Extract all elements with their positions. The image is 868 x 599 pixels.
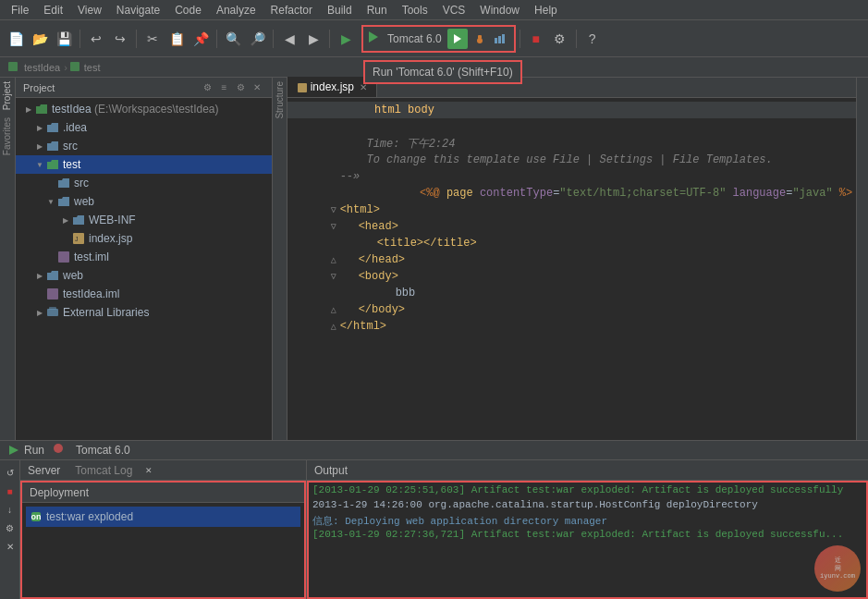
settings-button[interactable]: ⚙	[549, 28, 571, 50]
output-line-1: [2013-01-29 02:25:51,603] Artifact test:…	[312, 484, 862, 499]
tree-item-indexjsp[interactable]: J index.jsp	[16, 229, 272, 248]
svg-marker-1	[454, 34, 461, 43]
bottom-tools-left: ↺ ■ ↓ ⚙ ✕	[0, 460, 20, 599]
scroll-log-button[interactable]: ↓	[2, 501, 18, 518]
menu-analyze[interactable]: Analyze	[209, 2, 263, 18]
breadcrumb-icon2	[69, 61, 80, 74]
editor-content: html body Time: 下午2:24 To change this te…	[287, 98, 857, 440]
menu-vcs[interactable]: VCS	[435, 2, 473, 18]
lib-icon	[45, 306, 60, 319]
tree-item-testiml[interactable]: test.iml	[16, 248, 272, 266]
svg-rect-13	[47, 309, 58, 316]
tree-item-web2[interactable]: ▶ web	[16, 266, 272, 285]
iml-icon	[56, 251, 71, 263]
app-window: File Edit View Navigate Code Analyze Ref…	[0, 0, 868, 599]
tree-item-webinf[interactable]: ▶ WEB-INF	[16, 211, 272, 229]
tree-item-extlibs[interactable]: ▶ External Libraries	[16, 303, 272, 322]
watermark: 近网iyunv.com	[814, 545, 861, 592]
sync-icon[interactable]: ⚙	[200, 80, 214, 95]
breadcrumb-code: html body	[295, 98, 434, 129]
save-button[interactable]: 💾	[53, 28, 75, 50]
code-line-breadcrumb: html body	[287, 102, 857, 118]
menu-run[interactable]: Run	[360, 2, 395, 18]
tree-item-idea[interactable]: ▶ .idea	[16, 118, 272, 137]
build-button[interactable]: ▶	[335, 28, 357, 50]
settings-icon[interactable]: ⚙	[233, 80, 248, 95]
restart-button[interactable]: ↺	[2, 464, 18, 481]
collapse-all-icon[interactable]: ≡	[216, 80, 231, 95]
close-bottom-button[interactable]: ✕	[2, 538, 18, 555]
structure-tab[interactable]: Structure	[273, 78, 286, 123]
menu-window[interactable]: Window	[472, 2, 527, 18]
menu-refactor[interactable]: Refactor	[263, 2, 320, 18]
main-area: Project Favorites Project ⚙ ≡ ⚙ ✕ ▶	[0, 78, 868, 440]
back-button[interactable]: ◀	[278, 28, 300, 50]
tree-item-testIdea[interactable]: ▶ testIdea (E:\Workspaces\testIdea)	[16, 100, 272, 118]
server-tab[interactable]: Server	[20, 460, 67, 481]
menu-code[interactable]: Code	[167, 2, 209, 18]
deployment-item[interactable]: on test:war exploded	[26, 507, 300, 527]
toolbar-sep5	[329, 30, 330, 48]
breadcrumb-icon	[7, 61, 18, 74]
replace-button[interactable]: 🔎	[246, 28, 268, 50]
redo-button[interactable]: ↪	[109, 28, 131, 50]
folder-icon-test-src	[56, 177, 71, 189]
menu-edit[interactable]: Edit	[36, 2, 70, 18]
svg-rect-3	[478, 35, 482, 39]
new-button[interactable]: 📄	[5, 28, 27, 50]
output-line-3: 信息: Deploying web application directory …	[312, 514, 862, 529]
code-line-body-close: △ </body>	[287, 301, 857, 318]
file-tree: ▶ testIdea (E:\Workspaces\testIdea) ▶ .i…	[16, 98, 272, 440]
tree-label: web	[74, 195, 94, 208]
menu-view[interactable]: View	[70, 2, 109, 18]
find-button[interactable]: 🔍	[222, 28, 244, 50]
forward-button[interactable]: ▶	[302, 28, 324, 50]
toolbar-sep6	[520, 30, 520, 48]
tomcat-run-label[interactable]: Tomcat 6.0	[68, 440, 138, 460]
folder-icon-idea	[45, 122, 60, 133]
deployment-header: Deployment	[22, 483, 304, 503]
menu-file[interactable]: File	[4, 2, 36, 18]
menu-navigate[interactable]: Navigate	[109, 2, 167, 18]
toolbar-sep7	[576, 30, 577, 48]
iml-icon2	[45, 287, 60, 300]
tree-item-src-root[interactable]: ▶ src	[16, 137, 272, 155]
folder-icon-src	[45, 141, 60, 152]
code-line-html-close: △ </html>	[287, 318, 857, 335]
tree-item-web[interactable]: ▼ web	[16, 192, 272, 211]
close-panel-icon[interactable]: ✕	[250, 80, 264, 95]
debug-button[interactable]	[470, 29, 490, 49]
help-icon-button[interactable]: ?	[581, 28, 604, 50]
run-button[interactable]	[447, 29, 468, 49]
project-vertical-tab[interactable]: Project	[0, 78, 15, 114]
tree-label: testIdea.iml	[63, 287, 119, 300]
cut-button[interactable]: ✂	[141, 28, 164, 50]
tomcat-log-tab[interactable]: Tomcat Log	[67, 460, 140, 481]
close-tab-btn[interactable]: ✕	[141, 463, 156, 478]
menu-help[interactable]: Help	[527, 2, 565, 18]
far-right-sidebar	[856, 78, 868, 440]
tree-item-test[interactable]: ▼ test	[16, 155, 272, 174]
favorites-vertical-tab[interactable]: Favorites	[0, 114, 15, 159]
menu-build[interactable]: Build	[320, 2, 360, 18]
undo-button[interactable]: ↩	[85, 28, 107, 50]
tab-icon	[297, 80, 311, 93]
breadcrumb-item2[interactable]: test	[84, 62, 101, 73]
deployment-list: on test:war exploded	[22, 503, 304, 597]
tree-item-testideaiml[interactable]: testIdea.iml	[16, 285, 272, 303]
open-button[interactable]: 📂	[29, 28, 51, 50]
menu-tools[interactable]: Tools	[395, 2, 435, 18]
tree-label: WEB-INF	[89, 214, 136, 226]
run-label: Run	[24, 444, 44, 457]
stop-server-button[interactable]: ■	[2, 483, 18, 499]
breadcrumb-item1[interactable]: testIdea	[24, 62, 60, 73]
copy-button[interactable]: 📋	[165, 28, 188, 50]
tree-item-test-src[interactable]: src	[16, 174, 272, 192]
settings-server-button[interactable]: ⚙	[2, 520, 18, 536]
server-tomcat-tabs: Server Tomcat Log ✕	[20, 460, 306, 481]
stop-button[interactable]: ■	[525, 28, 547, 50]
dep-item-label: test:war exploded	[46, 510, 133, 523]
paste-button[interactable]: 📌	[189, 28, 212, 50]
coverage-button[interactable]	[490, 29, 510, 49]
right-side-tabs: Structure	[273, 78, 287, 440]
